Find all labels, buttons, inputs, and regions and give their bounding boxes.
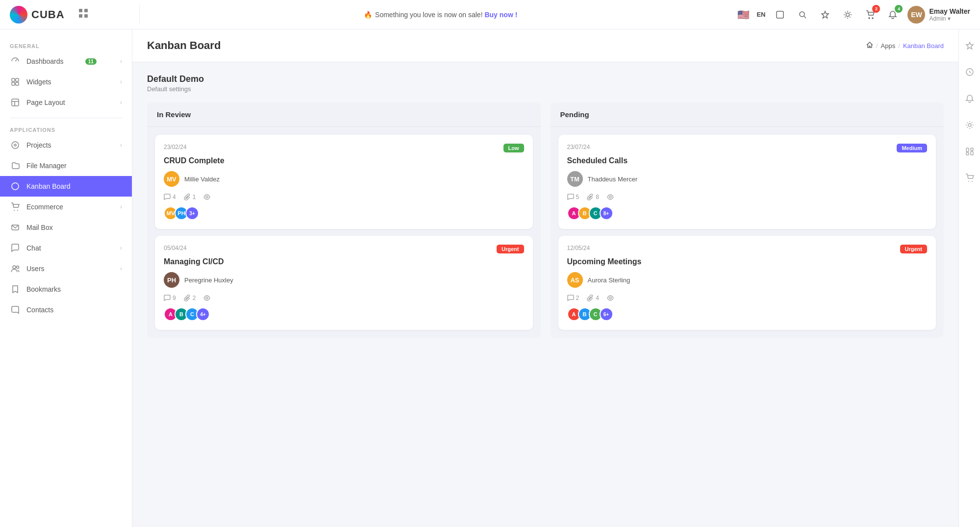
logo-icon: [10, 6, 27, 24]
card-avatars-3: A B C 8+: [567, 206, 928, 220]
grid-icon[interactable]: [78, 8, 88, 21]
card-scheduled-calls[interactable]: 23/07/24 Medium Scheduled Calls TM Thadd…: [558, 135, 936, 229]
lang-label[interactable]: EN: [756, 11, 765, 18]
card-title-1: CRUD Complete: [164, 156, 524, 165]
sidebar-item-widgets[interactable]: Widgets ›: [0, 72, 132, 92]
card-avatars-2: A B C 4+: [164, 307, 524, 321]
column-in-review: In Review 23/02/24 Low CRUD Complete MV: [147, 102, 541, 338]
svg-rect-1: [84, 9, 88, 12]
right-sidebar-icon-4[interactable]: [961, 117, 978, 133]
svg-rect-22: [12, 82, 15, 85]
svg-point-8: [846, 13, 850, 16]
card-date-4: 12/05/24: [567, 245, 590, 251]
sidebar-item-page-layout[interactable]: Page Layout ›: [0, 92, 132, 113]
sidebar-item-dashboards[interactable]: Dashboards 11 ›: [0, 51, 132, 72]
card-avatars-1: MV PH 3+: [164, 206, 524, 220]
card-date-2: 05/04/24: [164, 245, 187, 251]
svg-rect-42: [966, 148, 969, 151]
card-badge-4: Urgent: [900, 245, 927, 253]
main-content: Kanban Board / Apps / Kanban Board Defau…: [132, 29, 958, 527]
card-user-avatar-4: AS: [567, 272, 583, 288]
users-chevron: ›: [120, 265, 122, 272]
right-sidebar-icon-6[interactable]: [961, 170, 978, 186]
card-upcoming-meetings[interactable]: 12/05/24 Urgent Upcoming Meetings AS Aur…: [558, 236, 936, 330]
svg-line-13: [845, 12, 846, 13]
star-icon[interactable]: [817, 7, 833, 23]
sidebar-item-file-manager[interactable]: File Manager: [0, 155, 132, 176]
sidebar-item-projects[interactable]: Projects ›: [0, 135, 132, 155]
card-username-3: Thaddeus Mercer: [588, 176, 638, 183]
svg-rect-43: [966, 152, 969, 155]
board-columns: In Review 23/02/24 Low CRUD Complete MV: [147, 102, 944, 338]
breadcrumb-apps[interactable]: Apps: [881, 42, 896, 50]
card-badge-3: Medium: [897, 144, 927, 152]
card-badge-2: Urgent: [497, 245, 524, 253]
widgets-chevron: ›: [120, 78, 122, 85]
sidebar-label-chat: Chat: [26, 244, 41, 252]
svg-marker-7: [822, 11, 829, 18]
card-top-3: 23/07/24 Medium: [567, 144, 928, 152]
svg-line-15: [850, 12, 851, 13]
cart-icon[interactable]: 2: [862, 7, 878, 23]
sidebar-section-applications: APPLICATIONS: [0, 123, 132, 135]
window-icon[interactable]: [772, 7, 788, 23]
home-icon[interactable]: [866, 42, 873, 50]
buy-now-link[interactable]: Buy now !: [484, 11, 517, 19]
card-user-avatar-3: TM: [567, 171, 583, 187]
card-user-2: PH Peregrine Huxley: [164, 272, 524, 288]
board-container: Default Demo Default settings In Review …: [132, 62, 958, 350]
sidebar-item-kanban-board[interactable]: Kanban Board: [0, 176, 132, 197]
logo-area: CUBA: [10, 6, 127, 24]
logo-text: CUBA: [31, 8, 65, 21]
svg-rect-2: [79, 14, 82, 18]
av-3-more: 8+: [600, 206, 613, 220]
card-comments-3: 5: [567, 194, 579, 201]
svg-rect-20: [12, 78, 15, 81]
card-date-3: 23/07/24: [567, 144, 590, 151]
contacts-icon: [10, 304, 21, 315]
svg-rect-4: [777, 11, 783, 18]
svg-point-27: [12, 142, 19, 149]
svg-point-41: [968, 124, 971, 126]
card-crud-complete[interactable]: 23/02/24 Low CRUD Complete MV Millie Val…: [155, 135, 533, 229]
svg-point-36: [206, 297, 208, 299]
card-title-4: Upcoming Meetings: [567, 257, 928, 266]
right-sidebar-icon-2[interactable]: [961, 64, 978, 80]
card-title-3: Scheduled Calls: [567, 156, 928, 165]
card-attachments-4: 4: [587, 295, 599, 301]
sidebar-item-contacts[interactable]: Contacts: [0, 300, 132, 320]
sidebar-item-chat[interactable]: Chat ›: [0, 238, 132, 258]
sidebar-item-ecommerce[interactable]: Ecommerce ›: [0, 197, 132, 217]
svg-point-5: [800, 12, 804, 17]
card-title-2: Managing CI/CD: [164, 257, 524, 266]
sidebar-label-file-manager: File Manager: [26, 162, 67, 170]
svg-point-37: [609, 196, 611, 198]
main-layout: GENERAL Dashboards 11 › Widgets ›: [0, 29, 980, 527]
user-profile[interactable]: EW Emay Walter Admin ▾: [907, 6, 970, 24]
right-sidebar-icon-1[interactable]: [961, 37, 978, 54]
sidebar-item-users[interactable]: Users ›: [0, 258, 132, 279]
page-title: Kanban Board: [147, 39, 221, 52]
card-username-2: Peregrine Huxley: [184, 276, 233, 284]
card-managing-cicd[interactable]: 05/04/24 Urgent Managing CI/CD PH Peregr…: [155, 236, 533, 330]
svg-point-35: [206, 196, 208, 198]
card-badge-1: Low: [503, 144, 524, 152]
ecommerce-icon: [10, 201, 21, 212]
card-user-1: MV Millie Valdez: [164, 171, 524, 187]
sidebar-label-ecommerce: Ecommerce: [26, 203, 63, 211]
right-sidebar: [958, 29, 980, 527]
page-header: Kanban Board / Apps / Kanban Board: [132, 29, 958, 62]
sidebar-item-mail-box[interactable]: Mail Box: [0, 217, 132, 238]
sun-icon[interactable]: [840, 7, 855, 23]
board-header: Default Demo Default settings: [147, 74, 944, 93]
right-sidebar-icon-3[interactable]: [961, 90, 978, 107]
board-subtitle: Default settings: [147, 85, 944, 93]
svg-line-19: [15, 59, 17, 61]
right-sidebar-icon-5[interactable]: [961, 143, 978, 160]
search-icon[interactable]: [795, 7, 810, 23]
notification-icon[interactable]: 4: [885, 7, 901, 23]
ecommerce-chevron: ›: [120, 203, 122, 210]
sidebar-label-kanban: Kanban Board: [26, 182, 71, 190]
sidebar-item-bookmarks[interactable]: Bookmarks: [0, 279, 132, 300]
column-body-pending: 23/07/24 Medium Scheduled Calls TM Thadd…: [551, 127, 944, 338]
